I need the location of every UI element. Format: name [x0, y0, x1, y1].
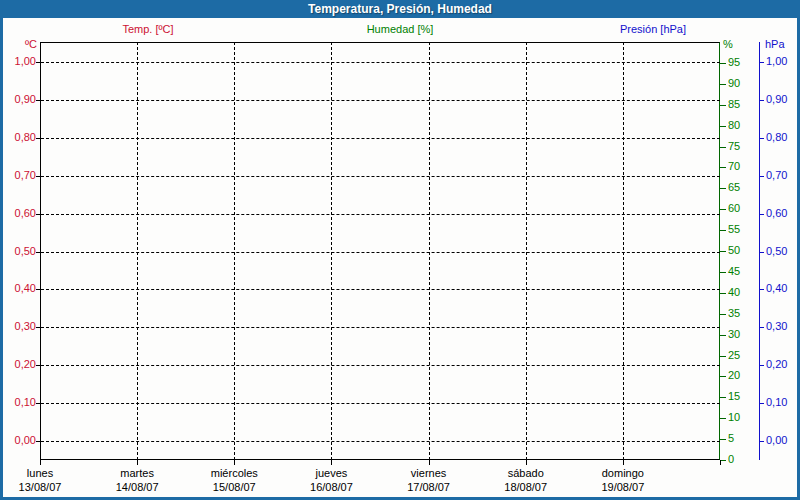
temp-tick — [36, 365, 40, 366]
weekday-label: viernes — [411, 467, 446, 480]
humidity-tick — [720, 418, 726, 419]
humidity-tick-label: 10 — [728, 411, 740, 424]
pressure-tick-label: 0,20 — [766, 358, 787, 371]
pressure-tick-label: 0,30 — [766, 320, 787, 333]
date-label: 17/08/07 — [407, 481, 450, 494]
h-gridline — [41, 100, 720, 101]
humidity-tick-label: 75 — [728, 140, 740, 153]
temp-tick — [36, 62, 40, 63]
temp-tick-label: 0,60 — [0, 207, 36, 220]
weekday-label: lunes — [27, 467, 53, 480]
temp-tick-label: 0,70 — [0, 169, 36, 182]
temp-tick-label: 1,00 — [0, 55, 36, 68]
pressure-tick-label: 0,60 — [766, 207, 787, 220]
legend-pressure: Presión [hPa] — [620, 22, 686, 36]
pressure-tick-label: 0,70 — [766, 169, 787, 182]
humidity-tick — [720, 397, 726, 398]
temp-tick-label: 0,20 — [0, 358, 36, 371]
date-label: 13/08/07 — [19, 481, 62, 494]
pressure-tick — [759, 289, 764, 290]
humidity-axis-unit: % — [723, 38, 733, 51]
date-label: 18/08/07 — [504, 481, 547, 494]
day-tick — [720, 460, 721, 465]
humidity-tick — [720, 356, 726, 357]
temp-tick — [36, 214, 40, 215]
pressure-tick — [759, 62, 764, 63]
chart-window: Temperatura, Presión, Humedad Temp. [ºC]… — [0, 0, 800, 500]
humidity-tick-label: 20 — [728, 369, 740, 382]
humidity-tick-label: 65 — [728, 181, 740, 194]
v-gridline — [429, 42, 430, 460]
humidity-tick-label: 55 — [728, 223, 740, 236]
humidity-tick-label: 45 — [728, 265, 740, 278]
weekday-label: martes — [120, 467, 154, 480]
temp-tick-label: 0,50 — [0, 245, 36, 258]
v-gridline — [331, 42, 332, 460]
pressure-tick — [759, 100, 764, 101]
humidity-tick-label: 15 — [728, 390, 740, 403]
pressure-tick-label: 0,80 — [766, 131, 787, 144]
temp-tick-label: 0,00 — [0, 434, 36, 447]
h-gridline — [41, 365, 720, 366]
temp-tick — [36, 403, 40, 404]
humidity-tick-label: 25 — [728, 349, 740, 362]
date-label: 14/08/07 — [116, 481, 159, 494]
pressure-tick — [759, 214, 764, 215]
temp-tick-label: 0,80 — [0, 131, 36, 144]
v-gridline — [526, 42, 527, 460]
temp-tick — [36, 138, 40, 139]
pressure-tick-label: 0,50 — [766, 245, 787, 258]
h-gridline — [41, 214, 720, 215]
humidity-tick — [720, 314, 726, 315]
humidity-tick — [720, 84, 726, 85]
title-bar: Temperatura, Presión, Humedad — [0, 0, 800, 18]
date-label: 15/08/07 — [213, 481, 256, 494]
pressure-tick-label: 0,10 — [766, 396, 787, 409]
day-tick — [137, 460, 138, 465]
day-tick — [331, 460, 332, 465]
humidity-tick-label: 35 — [728, 307, 740, 320]
humidity-tick-label: 5 — [728, 432, 734, 445]
humidity-tick — [720, 63, 726, 64]
pressure-tick — [759, 138, 764, 139]
temp-tick — [36, 100, 40, 101]
pressure-tick-label: 1,00 — [766, 55, 787, 68]
humidity-tick — [720, 188, 726, 189]
humidity-tick-label: 70 — [728, 160, 740, 173]
humidity-tick-label: 80 — [728, 119, 740, 132]
humidity-tick-label: 95 — [728, 56, 740, 69]
h-gridline — [41, 441, 720, 442]
weekday-label: sábado — [508, 467, 544, 480]
humidity-tick-label: 50 — [728, 244, 740, 257]
day-tick — [429, 460, 430, 465]
h-gridline — [41, 403, 720, 404]
humidity-tick-label: 60 — [728, 202, 740, 215]
humidity-tick — [720, 105, 726, 106]
h-gridline — [41, 62, 720, 63]
temp-tick — [36, 176, 40, 177]
pressure-axis-unit: hPa — [765, 38, 785, 51]
h-gridline — [41, 289, 720, 290]
window-title: Temperatura, Presión, Humedad — [308, 2, 492, 16]
day-tick — [234, 460, 235, 465]
h-gridline — [41, 252, 720, 253]
pressure-tick — [759, 441, 764, 442]
temp-tick — [36, 441, 40, 442]
humidity-tick — [720, 147, 726, 148]
pressure-tick — [759, 365, 764, 366]
temp-tick-label: 0,10 — [0, 396, 36, 409]
humidity-tick — [720, 230, 726, 231]
temp-tick — [36, 327, 40, 328]
weekday-label: jueves — [316, 467, 348, 480]
humidity-tick — [720, 251, 726, 252]
humidity-tick — [720, 293, 726, 294]
h-gridline — [41, 327, 720, 328]
v-gridline — [234, 42, 235, 460]
pressure-tick-label: 0,90 — [766, 93, 787, 106]
pressure-tick — [759, 327, 764, 328]
humidity-tick — [720, 209, 726, 210]
h-gridline — [41, 176, 720, 177]
temp-tick-label: 0,40 — [0, 282, 36, 295]
humidity-tick — [720, 376, 726, 377]
date-label: 16/08/07 — [310, 481, 353, 494]
